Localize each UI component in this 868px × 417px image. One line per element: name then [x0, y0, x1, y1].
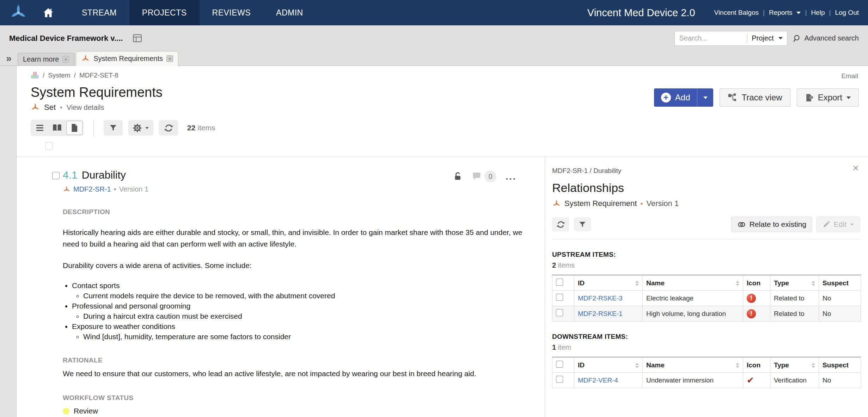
column-header-type[interactable]: Type [770, 357, 819, 373]
select-all-checkbox[interactable] [556, 279, 563, 286]
export-button[interactable]: Export [797, 88, 859, 107]
item-id-link[interactable]: MDF2-RSKE-1 [578, 310, 623, 317]
downstream-count: 1item [552, 343, 860, 351]
expand-sidebar-icon[interactable]: » [0, 54, 18, 63]
user-name-link[interactable]: Vincent Balgos [714, 9, 759, 17]
view-details-link[interactable]: View details [67, 104, 104, 112]
relate-to-existing-button[interactable]: Relate to existing [731, 217, 812, 232]
dot-separator: • [640, 200, 643, 208]
trace-view-button[interactable]: Trace view [720, 88, 790, 107]
sort-icon[interactable] [635, 363, 639, 368]
jama-logo[interactable] [9, 4, 27, 22]
column-header-type[interactable]: Type [770, 275, 819, 291]
more-menu-button[interactable]: ... [506, 171, 516, 182]
nav-reviews[interactable]: REVIEWS [200, 0, 264, 25]
search-area: Project Advanced search [674, 31, 859, 46]
menu-separator: | [805, 9, 807, 17]
items-count: 22items [187, 124, 215, 132]
item-id-link[interactable]: MDF2-RSKE-3 [578, 294, 623, 302]
column-header-name[interactable]: Name [643, 357, 743, 373]
sort-icon[interactable] [736, 363, 739, 368]
nav-admin[interactable]: ADMIN [263, 0, 316, 25]
collapsed-explorer-strip[interactable] [0, 66, 17, 417]
item-meta: MDF2-SR-1 • Version 1 [63, 185, 531, 193]
refresh-icon [164, 123, 173, 133]
panel-filter-button[interactable] [574, 217, 591, 231]
refresh-button[interactable] [159, 120, 178, 136]
set-icon [31, 103, 40, 112]
relationship-type-cell: Verification [770, 373, 819, 388]
search-scope-dropdown[interactable]: Project [752, 34, 783, 42]
filter-button[interactable] [104, 120, 123, 136]
comments-button[interactable]: 0 [472, 170, 496, 182]
column-header-id[interactable]: ID [574, 357, 643, 373]
panel-layout-icon[interactable] [133, 34, 142, 43]
edit-button[interactable]: Edit [817, 217, 860, 232]
reading-view-button[interactable] [49, 121, 65, 135]
reports-menu[interactable]: Reports [769, 9, 793, 17]
suspect-cell: No [819, 373, 861, 388]
app-title: Vincent Med Device 2.0 [587, 7, 695, 19]
item-number: 4.1 [63, 169, 78, 181]
search-box: Project [674, 31, 787, 46]
search-input[interactable] [679, 34, 743, 42]
nav-stream[interactable]: STREAM [69, 0, 129, 25]
list-subitem: Wind [dust], humidity, temperature are s… [83, 331, 531, 342]
column-header-icon[interactable]: Icon [743, 357, 770, 373]
unlock-icon[interactable] [453, 172, 463, 181]
document-view: 4.1 Durability 0 ... [17, 157, 545, 417]
column-header-name[interactable]: Name [643, 275, 743, 291]
help-link[interactable]: Help [811, 9, 825, 17]
suspect-cell: No [819, 306, 861, 322]
add-button[interactable]: + Add [654, 88, 714, 107]
item-id-link[interactable]: MDF2-SR-1 [73, 185, 111, 193]
panel-refresh-button[interactable] [552, 217, 569, 231]
tab-system-requirements[interactable]: System Requirements × [76, 51, 178, 66]
sort-icon[interactable] [812, 363, 815, 368]
single-item-view-button[interactable] [66, 121, 82, 135]
export-icon [805, 93, 814, 102]
add-dropdown-button[interactable] [697, 88, 713, 107]
tab-learn-more[interactable]: Learn more × [18, 53, 74, 66]
list-subitem: During a haircut extra caution must be e… [83, 311, 531, 321]
email-link[interactable]: Email [841, 72, 858, 80]
advanced-search-link[interactable]: Advanced search [793, 34, 859, 43]
downstream-items-label: DOWNSTREAM ITEMS: [552, 333, 860, 341]
breadcrumb-set-id[interactable]: MDF2-SET-8 [79, 71, 118, 79]
select-column-header [552, 275, 574, 291]
trace-view-label: Trace view [741, 93, 782, 102]
column-header-suspect[interactable]: Suspect [819, 357, 861, 373]
close-icon[interactable]: × [852, 163, 859, 173]
row-checkbox[interactable] [556, 294, 563, 301]
chevron-down-icon [850, 223, 854, 225]
select-all-checkbox[interactable] [45, 142, 53, 150]
item-id-link[interactable]: MDF2-VER-4 [578, 376, 618, 384]
project-name[interactable]: Medical Device Framework v.... [9, 34, 123, 43]
home-icon[interactable] [42, 7, 54, 19]
close-icon[interactable]: × [166, 55, 173, 62]
column-header-suspect[interactable]: Suspect [819, 275, 861, 291]
column-header-id[interactable]: ID [574, 275, 643, 291]
list-view-button[interactable] [32, 121, 48, 135]
row-checkbox[interactable] [556, 376, 563, 383]
search-icon [793, 34, 801, 43]
item-checkbox[interactable] [52, 172, 60, 179]
dot-separator: • [60, 104, 62, 112]
logout-link[interactable]: Log Out [835, 9, 859, 17]
close-icon[interactable]: × [62, 56, 69, 63]
panel-breadcrumb: MDF2-SR-1 / Durability [552, 167, 860, 175]
tab-row: » Learn more × System Requirements × [0, 51, 868, 66]
sort-icon[interactable] [635, 281, 639, 286]
sort-icon[interactable] [736, 281, 739, 286]
table-row: MDF2-VER-4 Underwater immersion ✔ Verifi… [552, 373, 861, 388]
nav-projects[interactable]: PROJECTS [129, 0, 200, 25]
chevron-down-icon [796, 12, 801, 14]
sort-icon[interactable] [812, 281, 815, 286]
settings-button[interactable] [128, 120, 153, 136]
column-header-icon[interactable]: Icon [743, 275, 770, 291]
relationships-panel: MDF2-SR-1 / Durability × Relationships S… [545, 157, 868, 417]
row-checkbox[interactable] [556, 309, 563, 316]
panel-actions: Relate to existing Edit [731, 217, 860, 232]
select-all-checkbox[interactable] [556, 361, 563, 368]
breadcrumb-system[interactable]: System [48, 71, 70, 79]
